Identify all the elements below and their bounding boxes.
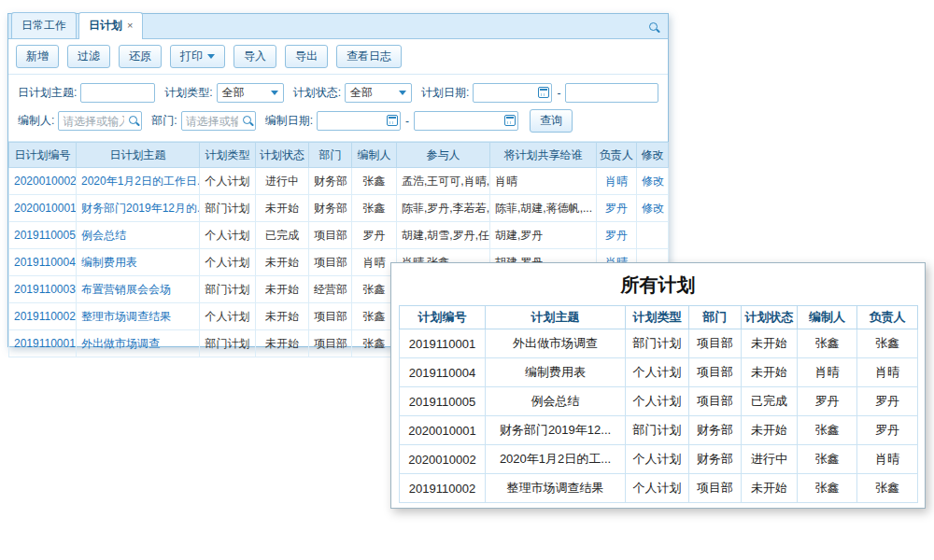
cell[interactable]: 财务部门2019年12月的... (77, 195, 200, 222)
magnifier-icon[interactable] (242, 115, 254, 127)
table-row[interactable]: 2019110005例会总结个人计划已完成项目部罗丹胡建,胡雪,罗丹,任晓...… (9, 222, 669, 249)
cell[interactable]: 整理市场调查结果 (77, 303, 200, 330)
column-header[interactable]: 负责人 (857, 306, 918, 329)
cell: 未开始 (742, 329, 798, 358)
cell[interactable]: 2019110002 (9, 303, 77, 330)
column-header[interactable]: 将计划共享给谁 (490, 143, 597, 168)
cell: 编制费用表 (486, 358, 626, 387)
window-search-icon[interactable] (648, 21, 660, 37)
column-header[interactable]: 部门 (689, 306, 742, 329)
cell[interactable]: 2020年1月2日的工作日... (77, 168, 200, 195)
cell: 进行中 (256, 168, 309, 195)
cell[interactable]: 2019110003 (9, 276, 77, 303)
table-row[interactable]: 2019110001外出做市场调查部门计划项目部未开始张鑫张鑫 (400, 329, 918, 358)
cell: 未开始 (256, 195, 309, 222)
cell[interactable]: 修改 (637, 195, 669, 222)
cell: 未开始 (742, 474, 798, 503)
cell[interactable]: 2019110005 (9, 222, 77, 249)
close-tab-icon[interactable]: × (127, 21, 133, 31)
calendar-icon[interactable] (387, 115, 398, 126)
table-row[interactable]: 2020010001财务部门2019年12...部门计划财务部未开始张鑫罗丹 (400, 416, 918, 445)
column-header[interactable]: 负责人 (597, 143, 637, 168)
restore-button[interactable]: 还原 (119, 45, 162, 68)
cell: 陈菲,罗丹,李若若,罗... (397, 195, 490, 222)
tab-daily-work[interactable]: 日常工作 (11, 12, 77, 38)
cell[interactable]: 肖晴 (597, 168, 637, 195)
query-button[interactable]: 查询 (530, 109, 573, 133)
cell: 胡建,胡雪,罗丹,任晓... (397, 222, 490, 249)
column-header[interactable]: 编制人 (798, 306, 857, 329)
cell[interactable]: 外出做市场调查 (77, 330, 200, 357)
import-button[interactable]: 导入 (234, 45, 276, 68)
cell[interactable]: 编制费用表 (77, 249, 200, 276)
cell: 个人计划 (626, 445, 689, 474)
column-header[interactable]: 计划编号 (400, 306, 486, 329)
view-log-button[interactable]: 查看日志 (336, 45, 402, 68)
popup-title: 所有计划 (399, 273, 917, 298)
column-header[interactable]: 参与人 (397, 143, 490, 168)
button-label: 还原 (129, 49, 151, 64)
table-row[interactable]: 2019110005例会总结个人计划项目部已完成罗丹罗丹 (400, 387, 918, 416)
cell[interactable]: 罗丹 (597, 222, 637, 249)
column-header[interactable]: 计划类型 (626, 306, 689, 329)
cell[interactable]: 2019110001 (9, 330, 77, 357)
cell: 罗丹 (857, 416, 918, 445)
cell[interactable]: 2020010001 (9, 195, 77, 222)
plan-date-to-input[interactable] (565, 83, 658, 103)
plan-status-select[interactable]: 全部 (345, 83, 412, 103)
plan-type-label: 计划类型: (164, 85, 212, 101)
tab-daily-plan[interactable]: 日计划 × (78, 12, 143, 39)
magnifier-icon (648, 21, 660, 34)
table-row[interactable]: 20200100022020年1月2日的工作日...个人计划进行中财务部张鑫孟浩… (9, 168, 669, 195)
dept-label: 部门: (151, 113, 177, 129)
cell[interactable]: 2020010002 (9, 168, 77, 195)
calendar-icon[interactable] (538, 87, 549, 98)
column-header[interactable]: 修改 (637, 143, 669, 168)
cell: 已完成 (256, 222, 309, 249)
filter-row-2: 编制人: 部门: 编制日期: - 查询 (16, 109, 660, 133)
chevron-down-icon (207, 54, 215, 59)
edit-date-to-input[interactable] (414, 111, 518, 131)
print-button[interactable]: 打印 (170, 45, 225, 68)
calendar-icon[interactable] (504, 115, 516, 126)
cell: 部门计划 (200, 195, 256, 222)
cell[interactable]: 修改 (637, 168, 669, 195)
column-header[interactable]: 计划状态 (256, 143, 309, 168)
cell: 罗丹 (857, 387, 918, 416)
cell[interactable]: 例会总结 (77, 222, 200, 249)
column-header[interactable]: 日计划主题 (77, 143, 200, 168)
button-label: 导入 (244, 49, 266, 64)
plan-type-select[interactable]: 全部 (217, 83, 284, 103)
plan-subject-input[interactable] (80, 83, 155, 103)
cell: 个人计划 (200, 303, 256, 330)
button-label: 查询 (540, 113, 562, 129)
cell: 进行中 (742, 445, 798, 474)
cell[interactable]: 2019110004 (9, 249, 77, 276)
export-button[interactable]: 导出 (285, 45, 328, 68)
add-button[interactable]: 新增 (16, 45, 59, 68)
table-row[interactable]: 2019110002整理市场调查结果个人计划项目部未开始张鑫张鑫 (400, 474, 918, 503)
selected-value: 全部 (350, 85, 373, 101)
cell: 财务部 (309, 168, 352, 195)
column-header[interactable]: 计划状态 (742, 306, 798, 329)
column-header[interactable]: 日计划编号 (9, 143, 77, 168)
filter-button[interactable]: 过滤 (67, 45, 110, 68)
column-header[interactable]: 计划类型 (200, 143, 256, 168)
column-header[interactable]: 部门 (309, 143, 352, 168)
column-header[interactable]: 编制人 (352, 143, 397, 168)
cell[interactable]: 罗丹 (597, 195, 637, 222)
cell: 罗丹 (798, 387, 857, 416)
cell: 部门计划 (200, 330, 256, 357)
table-row[interactable]: 2019110004编制费用表个人计划项目部未开始肖晴肖晴 (400, 358, 918, 387)
cell: 外出做市场调查 (486, 329, 626, 358)
cell: 肖晴 (857, 445, 918, 474)
tab-label: 日常工作 (21, 18, 66, 34)
plan-date-label: 计划日期: (421, 85, 469, 101)
table-row[interactable]: 2020010001财务部门2019年12月的...部门计划未开始财务部张鑫陈菲… (9, 195, 669, 222)
column-header[interactable]: 计划主题 (486, 306, 626, 329)
magnifier-icon[interactable] (128, 115, 140, 127)
table-row[interactable]: 20200100022020年1月2日的工...个人计划财务部进行中张鑫肖晴 (400, 445, 918, 474)
tab-bar: 日常工作 日计划 × (8, 14, 668, 39)
all-plans-window: 所有计划 计划编号计划主题计划类型部门计划状态编制人负责人 2019110001… (390, 262, 926, 509)
cell[interactable]: 布置营销展会会场 (77, 276, 200, 303)
